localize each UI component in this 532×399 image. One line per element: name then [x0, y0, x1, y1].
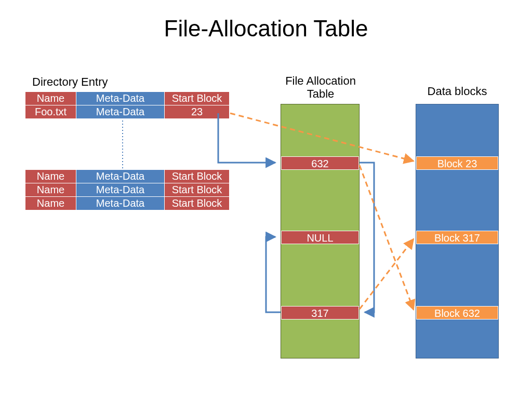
cell-meta: Meta-Data [76, 105, 165, 119]
arrow-dash-fat317-to-block317 [360, 239, 414, 309]
cell-meta: Meta-Data [76, 197, 165, 210]
data-blocks-column: Block 23 Block 317 Block 632 [416, 104, 499, 358]
arrow-dash-fat632-to-block632 [360, 165, 414, 310]
page-title: File-Allocation Table [0, 16, 532, 42]
fat-column: 632 NULL 317 [281, 104, 360, 358]
arrow-fat317-to-fatnull [266, 237, 281, 312]
arrow-fat632-to-fat317 [360, 163, 374, 312]
cell-name: Name [25, 183, 76, 197]
label-directory-entry: Directory Entry [32, 75, 108, 89]
cell-meta: Meta-Data [76, 183, 165, 197]
arrow-start23-to-fat632 [218, 113, 275, 163]
fat-slot-632: 632 [281, 156, 359, 170]
cell-name: Name [25, 197, 76, 210]
cell-meta: Meta-Data [76, 170, 165, 183]
data-slot-23: Block 23 [416, 156, 498, 170]
label-data-blocks: Data blocks [416, 85, 499, 98]
cell-start: Start Block [165, 183, 230, 197]
directory-table-2: Name Meta-Data Start Block Name Meta-Dat… [25, 169, 230, 210]
fat-slot-null: NULL [281, 231, 359, 244]
table-row: Name Meta-Data Start Block [25, 183, 230, 197]
table-row: Name Meta-Data Start Block [25, 92, 230, 105]
cell-start: Start Block [165, 170, 230, 183]
directory-table-1: Name Meta-Data Start Block Foo.txt Meta-… [25, 91, 230, 119]
cell-start: 23 [165, 105, 230, 119]
label-fat: File Allocation Table [276, 74, 365, 101]
data-slot-632: Block 632 [416, 306, 498, 320]
diagram-stage: File-Allocation Table Directory Entry Fi… [0, 0, 532, 399]
data-slot-317: Block 317 [416, 231, 498, 244]
table-row: Name Meta-Data Start Block [25, 197, 230, 210]
table-row: Foo.txt Meta-Data 23 [25, 105, 230, 119]
table-row: Name Meta-Data Start Block [25, 170, 230, 183]
cell-name: Foo.txt [25, 105, 76, 119]
cell-name: Name [25, 92, 76, 105]
cell-meta: Meta-Data [76, 92, 165, 105]
cell-name: Name [25, 170, 76, 183]
cell-start: Start Block [165, 92, 230, 105]
fat-slot-317: 317 [281, 306, 359, 320]
cell-start: Start Block [165, 197, 230, 210]
